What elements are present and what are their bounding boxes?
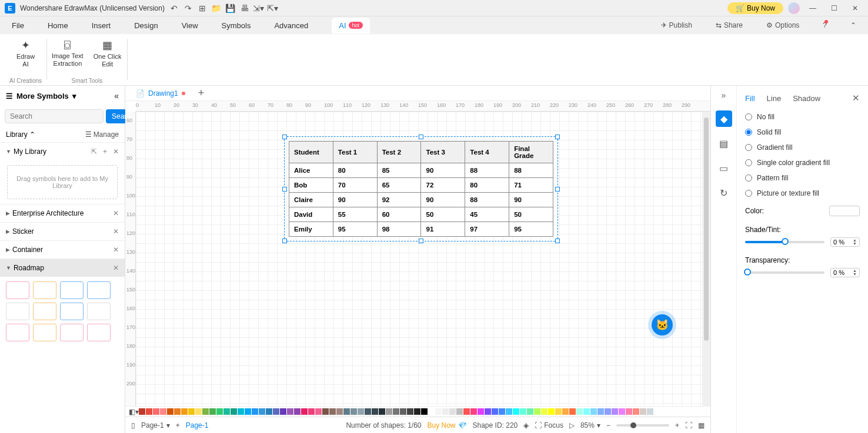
my-library-header[interactable]: ▼ My Library ⇱ + ✕ — [0, 143, 125, 160]
close-section-icon[interactable]: ✕ — [113, 246, 119, 254]
color-swatch[interactable] — [336, 408, 343, 415]
color-swatch[interactable] — [294, 408, 301, 415]
color-swatch[interactable] — [562, 408, 569, 415]
resize-handle[interactable] — [419, 239, 423, 243]
drop-target[interactable]: Drag symbols here to add to My Library — [7, 165, 118, 199]
color-swatch[interactable] — [414, 408, 420, 415]
add-page-button[interactable]: + — [176, 421, 180, 429]
color-swatch[interactable] — [442, 408, 449, 415]
menu-symbols[interactable]: Symbols — [222, 21, 251, 30]
tab-fill[interactable]: Fill — [745, 94, 755, 103]
color-swatch[interactable] — [421, 408, 428, 415]
radio-picture-fill[interactable]: Picture or texture fill — [745, 186, 860, 201]
page-tool-button[interactable]: ▤ — [716, 135, 732, 152]
add-lib-icon[interactable]: + — [103, 147, 107, 156]
zoom-slider[interactable] — [616, 424, 669, 427]
tab-shadow[interactable]: Shadow — [793, 94, 820, 103]
color-swatch[interactable] — [329, 408, 336, 415]
color-swatch[interactable] — [435, 408, 442, 415]
close-section-icon[interactable]: ✕ — [113, 209, 119, 217]
menu-ai[interactable]: AIhot — [332, 18, 370, 33]
color-swatch[interactable] — [485, 408, 491, 415]
menu-file[interactable]: File — [12, 21, 24, 30]
shape-thumbnail[interactable] — [60, 303, 84, 320]
selected-shape[interactable]: StudentTest 1Test 2Test 3Test 4Final Gra… — [289, 141, 553, 237]
buy-now-link[interactable]: Buy Now 💎 — [427, 421, 466, 429]
color-swatch[interactable] — [463, 408, 470, 415]
zoom-thumb[interactable] — [630, 422, 636, 428]
color-swatch[interactable] — [597, 408, 604, 415]
color-swatch[interactable] — [478, 408, 484, 415]
fill-tool-button[interactable]: ◆ — [716, 110, 732, 127]
shape-thumbnail[interactable] — [87, 324, 111, 341]
color-swatch[interactable] — [181, 408, 188, 415]
shade-spinner[interactable]: 0 %▲▼ — [830, 237, 860, 247]
radio-gradient-fill[interactable]: Gradient fill — [745, 140, 860, 155]
page-layout-icon[interactable]: ▯ — [131, 421, 135, 429]
layers-icon[interactable]: ◈ — [523, 421, 529, 429]
shape-thumbnail[interactable] — [6, 281, 29, 299]
color-swatch[interactable] — [372, 408, 378, 415]
shape-thumbnail[interactable] — [60, 324, 84, 341]
color-swatch[interactable] — [829, 206, 860, 216]
color-swatch[interactable] — [322, 408, 329, 415]
color-swatch[interactable] — [590, 408, 597, 415]
close-section-icon[interactable]: ✕ — [113, 264, 119, 272]
color-swatch[interactable] — [301, 408, 308, 415]
color-swatch[interactable] — [379, 408, 385, 415]
close-panel-icon[interactable]: ✕ — [852, 93, 860, 103]
color-swatch[interactable] — [280, 408, 286, 415]
focus-button[interactable]: ⛶ Focus — [535, 421, 563, 429]
shape-thumbnail[interactable] — [33, 281, 56, 299]
color-swatch[interactable] — [273, 408, 279, 415]
zoom-out-button[interactable]: − — [606, 421, 610, 429]
new-icon[interactable]: ⊞ — [198, 4, 207, 13]
color-swatch[interactable] — [386, 408, 392, 415]
resize-handle[interactable] — [419, 135, 423, 139]
color-swatch[interactable] — [583, 408, 590, 415]
scrollbar-thumb[interactable] — [704, 118, 709, 341]
print-icon[interactable]: 🖶 — [240, 4, 249, 13]
slider-thumb[interactable] — [744, 268, 751, 276]
library-label[interactable]: Library ⌃ — [6, 130, 35, 139]
options-button[interactable]: ⚙ Options — [766, 21, 799, 29]
menu-view[interactable]: View — [182, 21, 198, 30]
collapse-left-panel-icon[interactable]: « — [114, 91, 119, 100]
import-icon[interactable]: ⇱▾ — [268, 4, 278, 13]
color-swatch[interactable] — [315, 408, 322, 415]
color-swatch[interactable] — [287, 408, 293, 415]
color-swatch[interactable] — [238, 408, 244, 415]
color-swatch[interactable] — [569, 408, 576, 415]
transparency-slider[interactable] — [745, 271, 824, 274]
help-button[interactable]: ? — [823, 21, 827, 29]
color-swatch[interactable] — [449, 408, 456, 415]
color-swatch[interactable] — [160, 408, 166, 415]
zoom-level[interactable]: 85% ▾ — [580, 421, 600, 429]
radio-pattern-fill[interactable]: Pattern fill — [745, 170, 860, 186]
color-swatch[interactable] — [350, 408, 357, 415]
tab-line[interactable]: Line — [767, 94, 782, 103]
presentation-icon[interactable]: ▷ — [569, 421, 575, 429]
color-swatch[interactable] — [541, 408, 547, 415]
color-swatch[interactable] — [308, 408, 315, 415]
color-swatch[interactable] — [266, 408, 272, 415]
shape-thumbnail[interactable] — [87, 281, 111, 299]
transparency-spinner[interactable]: 0 %▲▼ — [830, 268, 860, 277]
menu-advanced[interactable]: Advanced — [274, 21, 308, 30]
color-swatch[interactable] — [499, 408, 505, 415]
color-swatch[interactable] — [358, 408, 364, 415]
resize-handle[interactable] — [282, 135, 287, 139]
page-view-icon[interactable]: ▦ — [698, 421, 705, 429]
ai-chat-button[interactable]: 🐱 — [652, 314, 673, 335]
color-swatch[interactable] — [633, 408, 639, 415]
color-swatch[interactable] — [619, 408, 625, 415]
color-swatch[interactable] — [202, 408, 209, 415]
slider-thumb[interactable] — [782, 238, 789, 245]
color-swatch[interactable] — [576, 408, 583, 415]
resize-handle[interactable] — [555, 135, 560, 139]
user-avatar[interactable] — [788, 2, 800, 14]
shape-thumbnail[interactable] — [6, 324, 29, 341]
shape-thumbnail[interactable] — [87, 303, 111, 320]
one-click-edit-button[interactable]: ▦ One ClickEdit — [93, 39, 122, 68]
roadmap-header[interactable]: ▼ Roadmap ✕ — [0, 259, 125, 277]
